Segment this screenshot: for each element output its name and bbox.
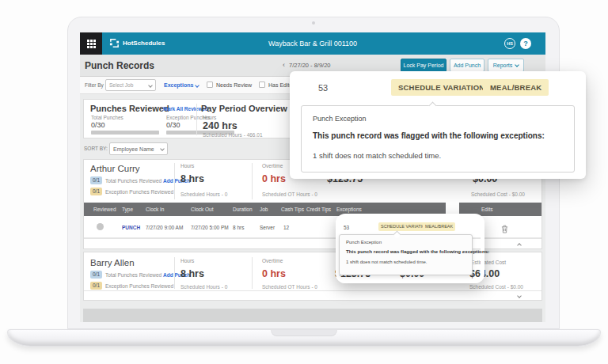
- col-edits: Edits: [481, 207, 492, 212]
- pp-hours-value: 240 hrs: [203, 120, 238, 131]
- pay-period-overview-title: Pay Period Overview: [201, 104, 287, 113]
- reviewed-toggle[interactable]: [97, 223, 104, 230]
- overtime-sub: Scheduled OT Hours - 0: [262, 191, 317, 197]
- estimated-cost-sub: Scheduled Cost - $0.00: [469, 284, 523, 290]
- total-reviewed-badge: 0/1: [90, 176, 102, 184]
- col-reviewed: Reviewed: [93, 207, 116, 212]
- job-value: Server: [260, 225, 275, 230]
- est-cost-sub: Scheduled Cost - $0.00: [471, 191, 525, 197]
- exception-tag-large: SCHEDULE VARIATION: [391, 79, 492, 96]
- punch-type-link[interactable]: PUNCH: [122, 225, 140, 230]
- chevron-up-icon: [517, 243, 522, 248]
- exception-tag-large: MEAL/BREAK: [483, 79, 549, 96]
- popup-caret: [429, 101, 437, 109]
- reports-label: Reports: [493, 63, 513, 68]
- overtime-value: 0 hrs: [262, 268, 286, 279]
- hours-label: Hours: [180, 163, 194, 169]
- overtime-label: Overtime: [262, 258, 283, 264]
- page-title: Punch Records: [85, 60, 154, 71]
- chevron-down-icon: [515, 63, 519, 67]
- app-topbar: HotSchedules Wayback Bar & Grill 001100 …: [80, 32, 545, 55]
- col-credit-tips: Credit Tips: [306, 207, 331, 212]
- pp-hours-sub: Scheduled Hours - 466.01: [203, 132, 263, 138]
- sort-by-label: SORT BY:: [84, 146, 108, 151]
- sort-select-value: Employee Name: [113, 146, 154, 152]
- callout-exceptions-count: 53: [318, 83, 328, 93]
- pay-period-range[interactable]: 7/27/20 - 8/9/20: [289, 62, 331, 69]
- total-punches-label: Total Punches: [91, 115, 124, 120]
- exceptions-filter-label: Exceptions: [164, 82, 193, 88]
- punch-exception-popup-large: Punch Exception This punch record was fl…: [301, 105, 575, 173]
- hours-value: 8 hrs: [180, 173, 204, 184]
- filter-by-label: Filter By: [85, 82, 104, 88]
- total-reviewed-badge: 0/1: [90, 271, 102, 279]
- col-clock-in: Clock In: [146, 207, 164, 212]
- lock-pay-period-button[interactable]: Lock Pay Period: [401, 59, 446, 72]
- needs-review-label: Needs Review: [216, 82, 252, 88]
- exception-reviewed-badge: 0/1: [90, 188, 102, 195]
- footer-band: [83, 309, 542, 322]
- collapse-strip[interactable]: [84, 290, 542, 301]
- sort-select[interactable]: Employee Name: [109, 142, 168, 155]
- overtime-sub: Scheduled OT Hours - 0: [262, 284, 317, 290]
- overtime-value: 0 hrs: [262, 173, 286, 184]
- exceptions-filter[interactable]: Exceptions: [164, 82, 199, 88]
- has-edited-checkbox[interactable]: [259, 82, 265, 88]
- popup-title: Punch Exception: [346, 240, 382, 245]
- laptop-camera: [312, 21, 315, 25]
- clock-in-value: 7/27/20 9:00 AM: [146, 225, 183, 230]
- chevron-down-icon: [196, 83, 200, 88]
- col-type: Type: [122, 207, 133, 212]
- total-punches-progress: [91, 131, 159, 135]
- add-punch-button[interactable]: Add Punch: [450, 59, 484, 72]
- overtime-label: Overtime: [262, 163, 283, 169]
- page: HotSchedules Wayback Bar & Grill 001100 …: [0, 0, 608, 364]
- store-name: Wayback Bar & Grill 001100: [80, 40, 545, 47]
- chevron-down-icon: [148, 83, 153, 88]
- user-avatar[interactable]: HS: [504, 38, 515, 49]
- job-select[interactable]: Select Job: [105, 79, 156, 91]
- callout-connector: [446, 176, 459, 217]
- reports-button[interactable]: Reports: [488, 59, 524, 72]
- popup-heading: This punch record was flagged with the f…: [346, 248, 489, 254]
- divider: [252, 163, 253, 199]
- exception-reviewed-label: Exception Punches Reviewed: [105, 189, 173, 195]
- divider: [252, 257, 253, 289]
- help-icon[interactable]: ?: [520, 38, 531, 49]
- divider: [196, 104, 197, 135]
- duration-value: 8 hrs: [233, 225, 244, 230]
- punches-reviewed-title: Punches Reviewed: [90, 104, 169, 113]
- clock-out-value: 7/27/20 5:00 PM: [191, 225, 229, 230]
- col-clock-out: Clock Out: [191, 207, 214, 212]
- pp-hours-label: Hours: [203, 115, 216, 120]
- job-select-value: Select Job: [109, 82, 133, 88]
- hours-sub: Scheduled Hours - 0: [180, 284, 227, 290]
- col-exceptions: Exceptions: [336, 207, 362, 212]
- hours-sub: Scheduled Hours - 0: [180, 191, 227, 197]
- divider: [174, 163, 175, 199]
- punch-exception-callout: 53 SCHEDULE VARIATION MEAL/BREAK Punch E…: [290, 71, 586, 179]
- needs-review-checkbox[interactable]: [207, 82, 213, 88]
- chevron-down-icon: [160, 146, 165, 151]
- col-cash-tips: Cash Tips: [281, 207, 304, 212]
- punch-exception-popup-small: Punch Exception This punch record was fl…: [339, 234, 473, 275]
- chevron-down-icon: [517, 294, 522, 298]
- date-back-icon[interactable]: ‹: [283, 61, 285, 69]
- total-punches-value: 0/30: [91, 121, 105, 129]
- col-job: Job: [260, 207, 268, 212]
- total-reviewed-label: Total Punches Reviewed: [105, 178, 162, 184]
- delete-punch-button[interactable]: [501, 222, 508, 237]
- exception-reviewed-badge: 0/1: [90, 282, 102, 290]
- popup-body: 1 shift does not match scheduled time.: [313, 151, 441, 160]
- divider: [174, 257, 175, 289]
- popup-title: Punch Exception: [313, 115, 367, 123]
- hours-value: 8 hrs: [180, 268, 204, 279]
- exception-reviewed-label: Exception Punches Reviewed: [105, 283, 173, 289]
- total-reviewed-label: Total Punches Reviewed: [105, 272, 162, 278]
- trash-icon: [501, 225, 508, 233]
- laptop-notch: [271, 330, 337, 336]
- exception-punches-value: 0/30: [166, 121, 180, 129]
- employee-name: Arthur Curry: [90, 164, 140, 173]
- popup-body: 1 shift does not match scheduled time.: [346, 260, 427, 264]
- hours-label: Hours: [180, 258, 194, 264]
